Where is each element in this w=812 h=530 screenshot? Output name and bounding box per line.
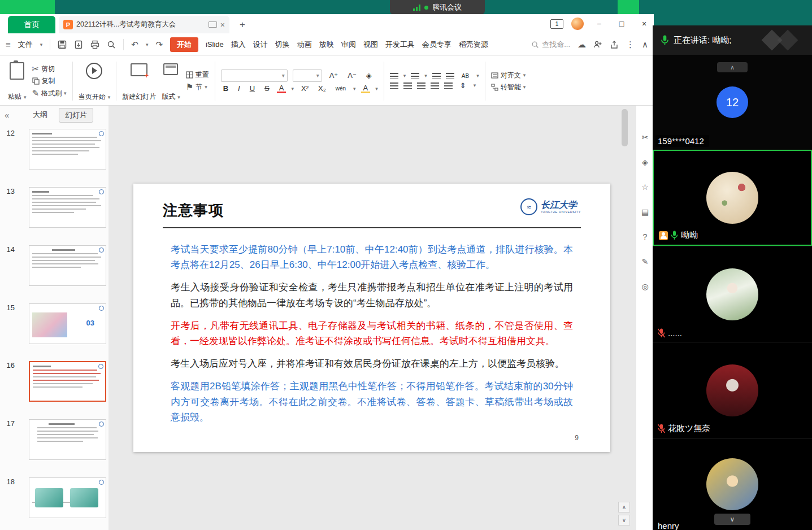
outline-tab[interactable]: 大纲 — [33, 110, 47, 120]
tab-home-ribbon[interactable]: 开始 — [170, 37, 198, 52]
slide-thumbnail-13[interactable] — [29, 187, 106, 228]
cloud-sync-icon[interactable]: ☁ — [577, 40, 586, 50]
clear-format-icon[interactable]: ◈ — [364, 71, 374, 80]
font-size-select[interactable]: ▾ — [293, 69, 322, 82]
tab-transition[interactable]: 切换 — [275, 40, 290, 50]
align-center-icon[interactable] — [403, 82, 412, 89]
hamburger-icon[interactable]: ≡ — [6, 40, 11, 49]
reset-button[interactable]: 重置 — [186, 70, 209, 80]
tab-view[interactable]: 视图 — [363, 40, 378, 50]
collapse-panel-icon[interactable]: « — [5, 110, 9, 120]
slide-thumbnail-15[interactable]: 03 — [29, 303, 106, 344]
tab-docer[interactable]: 稻壳资源 — [459, 40, 488, 50]
print-icon[interactable] — [90, 40, 99, 49]
redo-icon[interactable]: ↷ — [155, 40, 163, 50]
file-menu[interactable]: 文件 — [18, 40, 33, 50]
slide-thumbnail-14[interactable] — [29, 245, 106, 286]
decrease-indent-icon[interactable] — [432, 73, 441, 79]
font-color-button[interactable]: A — [277, 84, 286, 93]
tab-devtools[interactable]: 开发工具 — [385, 40, 415, 50]
share-icon[interactable] — [610, 40, 619, 49]
bullet-list-icon[interactable] — [390, 73, 398, 79]
line-spacing-icon[interactable]: ⇕ — [458, 81, 468, 90]
scrollbar-thumb[interactable] — [622, 109, 628, 146]
target-tool-icon[interactable]: ◎ — [641, 282, 648, 291]
collapse-ribbon-icon[interactable]: ∧ — [642, 40, 648, 50]
distribute-icon[interactable] — [444, 82, 453, 89]
font-family-select[interactable]: ▾ — [221, 69, 288, 82]
next-slide-button[interactable]: ∨ — [618, 515, 630, 525]
slide-thumbnail-16-selected[interactable] — [29, 361, 106, 402]
new-slide-button[interactable]: 新建幻灯片 — [122, 59, 156, 103]
scroll-participants-up-button[interactable]: ∧ — [717, 62, 748, 72]
tab-design[interactable]: 设计 — [253, 40, 268, 50]
tab-insert[interactable]: 插入 — [231, 40, 246, 50]
share-user-icon[interactable] — [593, 40, 602, 49]
section-button[interactable]: ⚑节▾ — [186, 82, 209, 92]
pane-tool-icon[interactable]: ▤ — [641, 207, 649, 216]
superscript-button[interactable]: X² — [299, 84, 311, 93]
participant-tile-speaking[interactable]: 呦呦 — [653, 150, 812, 246]
align-text-button[interactable]: 对齐文▾ — [491, 71, 526, 80]
smart-graphic-button[interactable]: 转智能▾ — [491, 82, 526, 92]
slide-thumbnail-18[interactable] — [29, 477, 106, 518]
previous-slide-button[interactable]: ∧ — [618, 502, 630, 512]
scroll-participants-down-button[interactable]: ∨ — [714, 514, 750, 525]
increase-font-icon[interactable]: A⁺ — [327, 71, 341, 80]
copy-button[interactable]: 复制 — [32, 76, 67, 86]
vertical-scrollbar[interactable] — [622, 108, 628, 496]
bold-button[interactable]: B — [221, 84, 231, 93]
tab-review[interactable]: 审阅 — [341, 40, 356, 50]
paste-button[interactable]: 粘贴▾ — [8, 59, 27, 103]
save-icon[interactable] — [58, 40, 67, 49]
strikethrough-button[interactable]: S — [262, 84, 272, 93]
decrease-font-icon[interactable]: A⁻ — [345, 71, 359, 80]
more-options-icon[interactable]: ⋮ — [626, 40, 635, 50]
tab-member[interactable]: 会员专享 — [422, 40, 451, 50]
account-avatar[interactable] — [571, 18, 584, 30]
help-icon[interactable]: ? — [643, 232, 648, 241]
play-from-current-button[interactable]: 当页开始▾ — [79, 59, 111, 103]
command-search[interactable]: 查找命... — [531, 40, 570, 50]
participant-tile[interactable]: 花敗ツ無奈 — [653, 342, 812, 438]
format-painter-button[interactable]: ✎格式刷▾ — [32, 88, 67, 98]
star-tool-icon[interactable]: ☆ — [641, 183, 649, 192]
close-window-button[interactable]: × — [637, 19, 652, 28]
close-document-icon[interactable]: × — [220, 20, 225, 29]
editing-canvas[interactable]: 注意事项 ≈ 长江大学 YANGTZE UNIVERSITY 考试当天要求至少提… — [108, 106, 636, 530]
pen-tool-icon[interactable]: ✎ — [642, 257, 649, 266]
align-right-icon[interactable] — [417, 82, 425, 89]
undo-icon[interactable]: ↶ — [131, 40, 138, 50]
meeting-floating-bar[interactable]: 腾讯会议 — [390, 0, 485, 15]
underline-button[interactable]: U — [247, 84, 257, 93]
document-tab[interactable]: P 202112计科...考试考前教育大会 × — [59, 16, 229, 33]
slides-tab[interactable]: 幻灯片 — [59, 108, 93, 123]
maximize-button[interactable]: □ — [614, 19, 629, 28]
slide-editor[interactable]: 注意事项 ≈ 长江大学 YANGTZE UNIVERSITY 考试当天要求至少提… — [133, 184, 610, 452]
highlight-button[interactable]: A — [361, 84, 371, 93]
workspace-badge[interactable]: 1 — [550, 19, 563, 29]
align-left-icon[interactable] — [390, 82, 398, 89]
tab-slideshow[interactable]: 放映 — [319, 40, 334, 50]
pinyin-guide-button[interactable]: wén — [333, 85, 348, 92]
participant-tile[interactable]: ...... — [653, 246, 812, 342]
subscript-button[interactable]: X₂ — [316, 84, 328, 93]
italic-button[interactable]: I — [236, 84, 242, 93]
cut-button[interactable]: ✂剪切 — [32, 64, 67, 74]
increase-indent-icon[interactable] — [446, 73, 454, 79]
home-tab[interactable]: 首页 — [8, 16, 55, 33]
participant-tile[interactable]: henry ∨ — [653, 438, 812, 530]
print-preview-icon[interactable] — [107, 40, 116, 49]
new-document-tab-button[interactable]: + — [236, 19, 249, 31]
slide-thumbnail-12[interactable] — [29, 129, 106, 170]
text-direction-button[interactable]: AB — [459, 73, 471, 79]
participant-tile-overflow[interactable]: ∧ 12 159****0412 — [653, 55, 812, 150]
undo-chevron-icon[interactable]: ▾ — [146, 42, 149, 47]
numbered-list-icon[interactable] — [411, 73, 419, 79]
minimize-button[interactable]: − — [592, 19, 606, 28]
align-justify-icon[interactable] — [431, 82, 439, 89]
export-pdf-icon[interactable] — [74, 40, 83, 49]
slide-thumbnail-17[interactable] — [29, 419, 106, 460]
layout-button[interactable]: 版式▾ — [162, 59, 180, 103]
tab-animation[interactable]: 动画 — [297, 40, 312, 50]
